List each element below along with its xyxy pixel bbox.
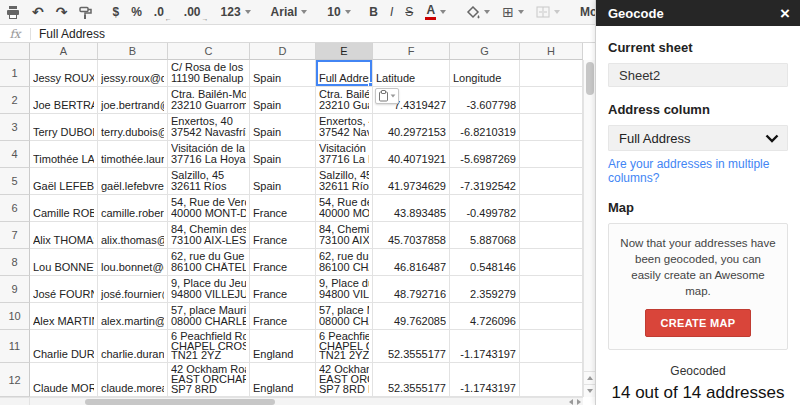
text-color-button[interactable]: A xyxy=(419,2,452,22)
cell-a3[interactable]: Terry DUBOIS xyxy=(30,114,98,141)
cell-b3[interactable]: terry.dubois@de xyxy=(98,114,168,141)
row-header-1[interactable]: 1 xyxy=(0,60,30,87)
scroll-up-button[interactable] xyxy=(584,371,595,384)
cell-e1[interactable]: Full Address xyxy=(316,60,373,87)
cell-a7[interactable]: Alix THOMAS xyxy=(30,222,98,249)
cell-d3[interactable]: Spain xyxy=(250,114,316,141)
scroll-left-button[interactable] xyxy=(569,399,573,405)
cell-b2[interactable]: joe.bertrand@de xyxy=(98,87,168,114)
create-map-button[interactable]: CREATE MAP xyxy=(645,309,752,337)
horizontal-scrollbar[interactable] xyxy=(30,397,583,405)
fill-color-button[interactable] xyxy=(460,2,496,22)
cell-e11[interactable]: 6 Peachfield RoaCHAPEL CROSSTN21 2YZ Eng… xyxy=(316,330,373,363)
cell-c9[interactable]: 9, Place du Jeu d94800 VILLEJUI xyxy=(168,276,250,303)
cell-a12[interactable]: Claude MOREAU xyxy=(30,363,98,397)
cell-f6[interactable]: 43.893485 xyxy=(373,195,450,222)
cell-b5[interactable]: gaël.lefebvre@d xyxy=(98,168,168,195)
cell-g10[interactable]: 4.726096 xyxy=(450,303,520,330)
col-header-a[interactable]: A xyxy=(30,43,98,60)
cell-h6[interactable] xyxy=(520,195,583,222)
cell-b11[interactable]: charlie.durand@ xyxy=(98,330,168,363)
strikethrough-button[interactable]: S xyxy=(399,2,419,22)
undo-icon[interactable]: ↶ xyxy=(26,2,50,22)
cell-h10[interactable] xyxy=(520,303,583,330)
cell-e6[interactable]: 54, Rue de Verdu40000 MONT-DE xyxy=(316,195,373,222)
address-column-select[interactable]: Full Address xyxy=(608,125,788,151)
cell-c7[interactable]: 84, Chemin des I73100 AIX-LES-E xyxy=(168,222,250,249)
cell-g2[interactable]: -3.607798 xyxy=(450,87,520,114)
number-format-menu[interactable]: 123 xyxy=(215,2,257,22)
bold-button[interactable]: B xyxy=(363,2,384,22)
cell-a8[interactable]: Lou BONNET xyxy=(30,249,98,276)
multiple-columns-link[interactable]: Are your addresses in multiple columns? xyxy=(608,157,788,185)
grid-corner[interactable] xyxy=(0,43,30,60)
cell-b8[interactable]: lou.bonnet@dem xyxy=(98,249,168,276)
col-header-e[interactable]: E xyxy=(316,43,373,60)
cell-d7[interactable]: France xyxy=(250,222,316,249)
cell-c4[interactable]: Visitación de la E37716 La Hoya xyxy=(168,141,250,168)
cell-b7[interactable]: alix.thomas@der xyxy=(98,222,168,249)
cell-a6[interactable]: Camille ROBERT xyxy=(30,195,98,222)
font-family-select[interactable]: Arial xyxy=(265,2,314,22)
cell-d11[interactable]: England xyxy=(250,330,316,363)
redo-icon[interactable]: ↷ xyxy=(50,2,74,22)
cell-d6[interactable]: France xyxy=(250,195,316,222)
cell-f11[interactable]: 52.3555177 xyxy=(373,330,450,363)
cell-h1[interactable] xyxy=(520,60,583,87)
cell-d1[interactable]: Spain xyxy=(250,60,316,87)
cell-h8[interactable] xyxy=(520,249,583,276)
cell-g6[interactable]: -0.499782 xyxy=(450,195,520,222)
row-header-6[interactable]: 6 xyxy=(0,195,30,222)
cell-b4[interactable]: timothée.laurent xyxy=(98,141,168,168)
print-icon[interactable] xyxy=(0,2,26,22)
formula-bar[interactable]: fx Full Address xyxy=(0,25,595,43)
cell-e4[interactable]: Visitación de la E37716 La Hoya S xyxy=(316,141,373,168)
cell-h3[interactable] xyxy=(520,114,583,141)
cell-c10[interactable]: 57, place Mauric08000 CHARLEV xyxy=(168,303,250,330)
cell-c5[interactable]: Salzillo, 4532611 Ríos xyxy=(168,168,250,195)
borders-button[interactable]: ⊞ xyxy=(496,2,530,22)
col-header-h[interactable]: H xyxy=(520,43,583,60)
cell-h4[interactable] xyxy=(520,141,583,168)
cell-f9[interactable]: 48.792716 xyxy=(373,276,450,303)
cell-b6[interactable]: camille.robert@c xyxy=(98,195,168,222)
scroll-down-button[interactable] xyxy=(584,384,595,397)
italic-button[interactable]: I xyxy=(384,2,399,22)
vertical-scrollbar[interactable] xyxy=(583,60,595,397)
cell-d10[interactable]: France xyxy=(250,303,316,330)
cell-b9[interactable]: josé.fournier@de xyxy=(98,276,168,303)
row-header-7[interactable]: 7 xyxy=(0,222,30,249)
cell-h7[interactable] xyxy=(520,222,583,249)
cell-f4[interactable]: 40.4071921 xyxy=(373,141,450,168)
row-header-10[interactable]: 10 xyxy=(0,303,30,330)
col-header-d[interactable]: D xyxy=(250,43,316,60)
cell-c6[interactable]: 54, Rue de Verdu40000 MONT-DE xyxy=(168,195,250,222)
cell-a5[interactable]: Gaël LEFEBVRE xyxy=(30,168,98,195)
cell-g11[interactable]: -1.1743197 xyxy=(450,330,520,363)
cell-h9[interactable] xyxy=(520,276,583,303)
cell-d9[interactable]: France xyxy=(250,276,316,303)
cell-d2[interactable]: Spain xyxy=(250,87,316,114)
cell-e9[interactable]: 9, Place du Jeu d94800 VILLEJUI xyxy=(316,276,373,303)
font-size-select[interactable]: 10 xyxy=(321,2,355,22)
cell-a4[interactable]: Timothée LAURE xyxy=(30,141,98,168)
cell-f7[interactable]: 45.7037858 xyxy=(373,222,450,249)
cell-g12[interactable]: -1.1743197 xyxy=(450,363,520,397)
cell-f12[interactable]: 52.3555177 xyxy=(373,363,450,397)
col-header-f[interactable]: F xyxy=(373,43,450,60)
cell-d5[interactable]: Spain xyxy=(250,168,316,195)
cell-h11[interactable] xyxy=(520,330,583,363)
row-header-5[interactable]: 5 xyxy=(0,168,30,195)
cell-f1[interactable]: Latitude xyxy=(373,60,450,87)
cell-d12[interactable]: England xyxy=(250,363,316,397)
cell-g8[interactable]: 0.548146 xyxy=(450,249,520,276)
cell-e2[interactable]: Ctra. Bailén-Motr23210 Guarromá xyxy=(316,87,373,114)
cell-a1[interactable]: Jessy ROUX xyxy=(30,60,98,87)
decrease-decimal-button[interactable]: .0← xyxy=(148,2,178,22)
cell-c3[interactable]: Enxertos, 4037542 Navasfría xyxy=(168,114,250,141)
cell-f3[interactable]: 40.2972153 xyxy=(373,114,450,141)
cell-b12[interactable]: claude.moreau@ xyxy=(98,363,168,397)
cell-g7[interactable]: 5.887068 xyxy=(450,222,520,249)
format-percent-button[interactable]: % xyxy=(125,2,148,22)
row-header-4[interactable]: 4 xyxy=(0,141,30,168)
